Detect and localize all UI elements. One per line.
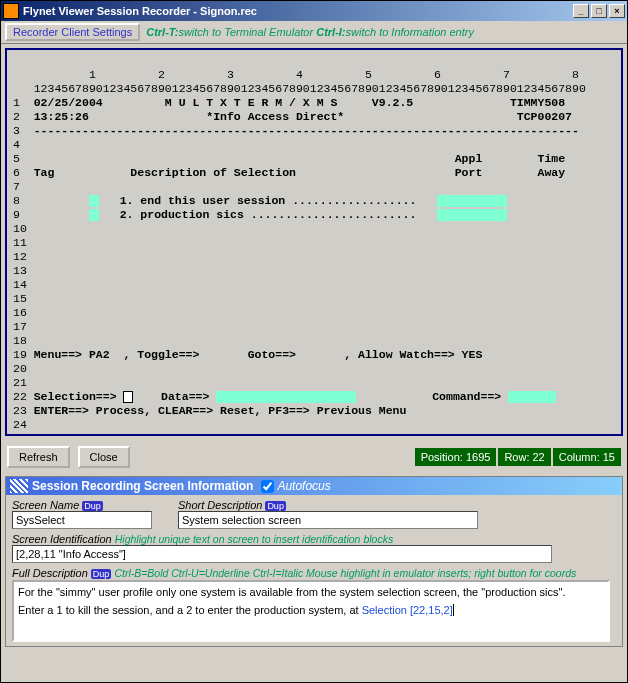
data-field[interactable] [216, 391, 356, 403]
row-24: 24 [13, 418, 27, 431]
close-window-button[interactable]: × [609, 4, 625, 18]
full-description-editor[interactable]: For the "simmy" user profile only one sy… [12, 580, 610, 642]
row-16: 16 [13, 306, 27, 319]
row-4: 4 [13, 138, 34, 151]
row-20: 20 [13, 362, 27, 375]
status-readout: Position: 1695 Row: 22 Column: 15 [415, 448, 621, 466]
row-11: 11 [13, 236, 27, 249]
screen-info-panel: Session Recording Screen Information Aut… [5, 476, 623, 647]
row-12: 12 [13, 250, 27, 263]
screen-info-title: Session Recording Screen Information [32, 479, 253, 493]
row-17: 17 [13, 320, 27, 333]
toolbar: Recorder Client Settings Ctrl-T:switch t… [1, 21, 627, 44]
col-ruler-tens: 1 2 3 4 5 6 7 8 [13, 68, 579, 81]
text-cursor [453, 604, 454, 616]
full-desc-line: For the "simmy" user profile only one sy… [18, 585, 604, 599]
row-22: 22 Selection==> Data==> Command==> [13, 390, 556, 403]
row-6: 6 Tag Description of Selection Port Away [13, 166, 565, 179]
short-description-label: Short DescriptionDup [178, 499, 478, 511]
row-18: 18 [13, 334, 27, 347]
row-8: 8 1. end this user session .............… [13, 194, 507, 207]
row-2: 2 13:25:26 *Info Access Direct* TCP00207 [13, 110, 572, 123]
terminal-field[interactable] [437, 195, 507, 207]
dup-badge[interactable]: Dup [265, 501, 286, 511]
row-15: 15 [13, 292, 27, 305]
row-19: 19 Menu==> PA2 , Toggle==> Goto==> , All… [13, 348, 482, 361]
titlebar: Flynet Viewer Session Recorder - Signon.… [1, 1, 627, 21]
terminal-frame: 1 2 3 4 5 6 7 8 123456789012345678901234… [5, 48, 623, 436]
app-icon [3, 3, 19, 19]
row-5: 5 Appl Time [13, 152, 565, 165]
screen-ident-label: Screen Identification Highlight unique t… [12, 533, 616, 545]
status-column: Column: 15 [553, 448, 621, 466]
selection-coord-link[interactable]: Selection [22,15,2] [362, 604, 453, 616]
refresh-button[interactable]: Refresh [7, 446, 70, 468]
full-description-label: Full DescriptionDup Ctrl-B=Bold Ctrl-U=U… [12, 567, 616, 579]
app-window: Flynet Viewer Session Recorder - Signon.… [0, 0, 628, 683]
recorder-settings-button[interactable]: Recorder Client Settings [5, 23, 140, 41]
row-14: 14 [13, 278, 27, 291]
screen-name-label: Screen NameDup [12, 499, 152, 511]
row-10: 10 [13, 222, 27, 235]
full-desc-line: Enter a 1 to kill the session, and a 2 t… [18, 603, 604, 617]
selection-field[interactable] [123, 391, 133, 403]
maximize-button[interactable]: □ [591, 4, 607, 18]
status-position: Position: 1695 [415, 448, 497, 466]
row-3: 3 --------------------------------------… [13, 124, 579, 137]
minimize-button[interactable]: _ [573, 4, 589, 18]
dup-badge[interactable]: Dup [82, 501, 103, 511]
autofocus-input[interactable] [261, 480, 274, 493]
row-13: 13 [13, 264, 27, 277]
terminal-field[interactable] [437, 209, 507, 221]
window-title: Flynet Viewer Session Recorder - Signon.… [23, 5, 571, 17]
short-description-input[interactable] [178, 511, 478, 529]
screen-name-input[interactable] [12, 511, 152, 529]
autofocus-checkbox[interactable]: Autofocus [261, 479, 330, 493]
status-row: Row: 22 [498, 448, 550, 466]
terminal-field[interactable] [89, 209, 99, 221]
screen-info-header: Session Recording Screen Information Aut… [6, 477, 622, 495]
row-23: 23 ENTER==> Process, CLEAR==> Reset, PF3… [13, 404, 406, 417]
row-21: 21 [13, 376, 27, 389]
col-ruler-ones: 1234567890123456789012345678901234567890… [13, 82, 586, 95]
screen-info-body: Screen NameDup Short DescriptionDup Scre… [6, 495, 622, 646]
shortcut-hints: Ctrl-T:switch to Terminal Emulator Ctrl-… [146, 26, 474, 38]
row-1: 1 02/25/2004 M U L T X T E R M / X M S V… [13, 96, 565, 109]
controls-row: Refresh Close Position: 1695 Row: 22 Col… [1, 440, 627, 474]
row-7: 7 [13, 180, 34, 193]
command-field[interactable] [508, 391, 556, 403]
dup-badge[interactable]: Dup [91, 569, 112, 579]
terminal-emulator[interactable]: 1 2 3 4 5 6 7 8 123456789012345678901234… [13, 54, 615, 432]
close-button[interactable]: Close [78, 446, 130, 468]
terminal-field[interactable] [89, 195, 99, 207]
row-9: 9 2. production sics ...................… [13, 208, 507, 221]
grip-icon [10, 479, 28, 493]
screen-identification-input[interactable] [12, 545, 552, 563]
